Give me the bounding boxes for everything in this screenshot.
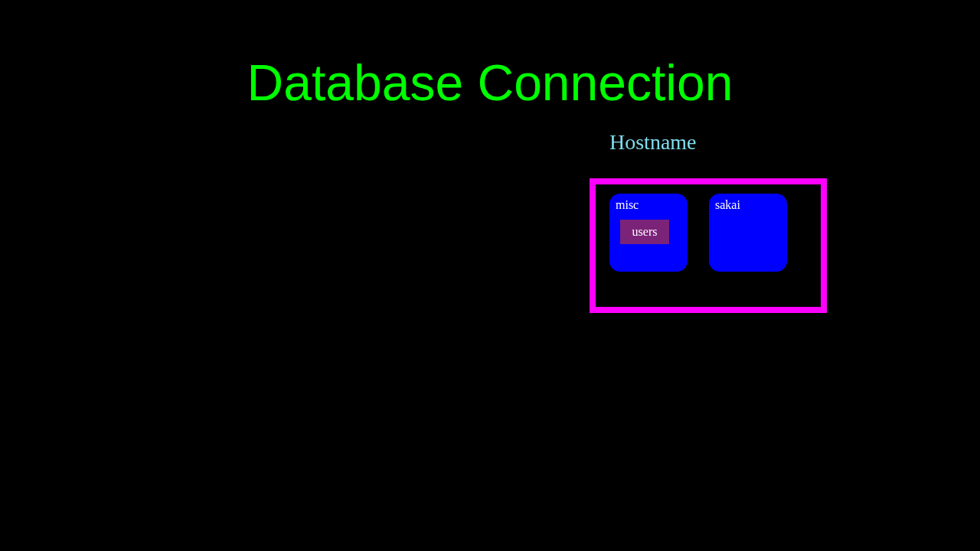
host-box: misc users sakai — [590, 178, 827, 313]
hostname-label: Hostname — [609, 130, 697, 155]
database-name: sakai — [715, 198, 781, 212]
page-title: Database Connection — [247, 54, 733, 112]
database-sakai: sakai — [709, 194, 787, 272]
table-users: users — [620, 220, 669, 244]
database-name: misc — [616, 198, 681, 212]
database-misc: misc users — [609, 194, 688, 272]
database-container: misc users sakai — [609, 194, 807, 272]
